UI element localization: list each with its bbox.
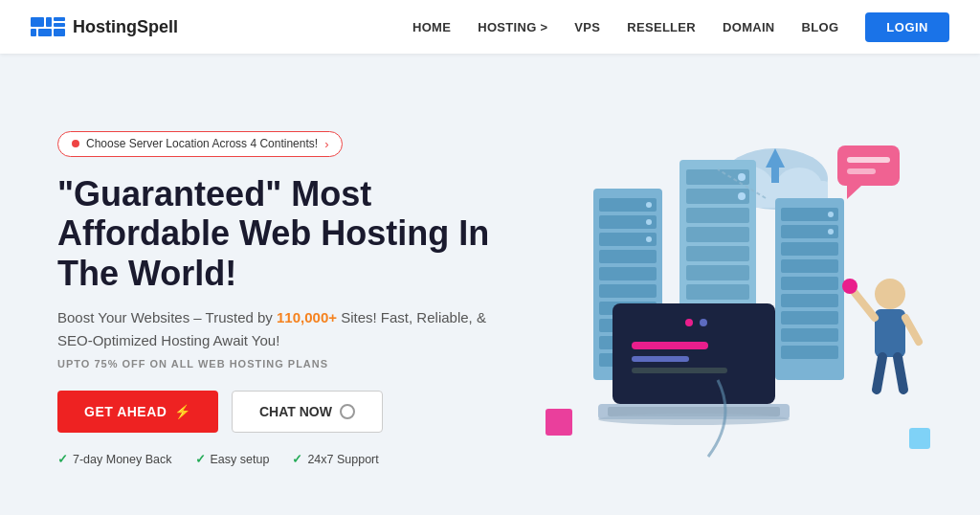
nav-home[interactable]: HOME bbox=[412, 20, 451, 34]
svg-rect-40 bbox=[686, 265, 749, 280]
server-badge[interactable]: Choose Server Location Across 4 Continen… bbox=[57, 131, 343, 157]
svg-rect-9 bbox=[909, 428, 930, 449]
check-icon-2: ✓ bbox=[195, 452, 206, 466]
svg-rect-37 bbox=[686, 208, 749, 223]
svg-point-31 bbox=[646, 202, 652, 208]
svg-line-73 bbox=[877, 357, 882, 390]
svg-point-47 bbox=[738, 192, 746, 200]
nav-blog[interactable]: BLOG bbox=[802, 20, 839, 34]
svg-point-59 bbox=[828, 229, 834, 235]
feature-money-back: ✓ 7-day Money Back bbox=[57, 452, 172, 466]
check-icon-3: ✓ bbox=[292, 452, 302, 466]
svg-rect-1 bbox=[46, 17, 52, 27]
logo-text: HostingSpell bbox=[73, 17, 178, 37]
hero-subtitle: Boost Your Websites – Trusted by 110,000… bbox=[57, 306, 498, 352]
svg-point-58 bbox=[828, 212, 834, 217]
svg-line-71 bbox=[852, 289, 875, 318]
nav-hosting[interactable]: HOSTING > bbox=[478, 20, 547, 34]
svg-rect-39 bbox=[686, 246, 749, 261]
svg-rect-25 bbox=[599, 267, 657, 280]
svg-point-32 bbox=[646, 219, 652, 225]
feature-label-1: 7-day Money Back bbox=[73, 453, 172, 466]
badge-dot bbox=[72, 140, 79, 147]
svg-rect-2 bbox=[54, 17, 65, 21]
server-illustration-svg bbox=[517, 112, 938, 485]
svg-rect-57 bbox=[781, 346, 838, 359]
svg-rect-0 bbox=[31, 17, 44, 27]
svg-marker-17 bbox=[847, 186, 861, 199]
arrow-icon: ⚡ bbox=[174, 404, 191, 419]
hero-illustration bbox=[517, 82, 938, 515]
hero-title: "Guaranteed" Most Affordable Web Hosting… bbox=[57, 174, 498, 293]
hero-content: Choose Server Location Across 4 Continen… bbox=[57, 131, 517, 466]
svg-rect-56 bbox=[781, 328, 838, 342]
svg-rect-41 bbox=[686, 284, 749, 300]
svg-rect-38 bbox=[686, 227, 749, 242]
svg-rect-4 bbox=[31, 29, 36, 36]
nav-domain[interactable]: DOMAIN bbox=[723, 20, 775, 34]
svg-point-68 bbox=[598, 414, 790, 425]
discount-text: UPTO 75% OFF ON ALL WEB HOSTING PLANS bbox=[57, 358, 498, 369]
svg-rect-7 bbox=[546, 409, 572, 436]
svg-rect-51 bbox=[781, 242, 838, 256]
svg-rect-54 bbox=[781, 294, 838, 307]
svg-point-64 bbox=[685, 319, 693, 326]
svg-rect-60 bbox=[612, 303, 775, 404]
svg-point-65 bbox=[700, 319, 707, 326]
svg-point-33 bbox=[646, 236, 652, 242]
feature-label-3: 24x7 Support bbox=[307, 453, 378, 466]
feature-label-2: Easy setup bbox=[211, 453, 270, 466]
svg-point-69 bbox=[875, 279, 905, 309]
svg-rect-26 bbox=[599, 284, 657, 298]
hero-features: ✓ 7-day Money Back ✓ Easy setup ✓ 24x7 S… bbox=[57, 452, 498, 466]
login-button[interactable]: LOGIN bbox=[865, 12, 949, 42]
badge-text: Choose Server Location Across 4 Continen… bbox=[86, 137, 318, 150]
hero-buttons: GET AHEAD ⚡ CHAT NOW bbox=[57, 391, 498, 433]
subtitle-highlight: 110,000+ bbox=[277, 309, 337, 325]
get-ahead-button[interactable]: GET AHEAD ⚡ bbox=[57, 391, 218, 433]
svg-line-72 bbox=[905, 318, 919, 342]
nav-links: HOME HOSTING > VPS RESELLER DOMAIN BLOG … bbox=[412, 12, 949, 42]
subtitle-plain: Boost Your Websites – Trusted by bbox=[57, 309, 277, 325]
svg-rect-3 bbox=[54, 23, 65, 27]
chat-circle-icon bbox=[340, 404, 355, 419]
svg-point-75 bbox=[842, 279, 858, 294]
logo[interactable]: HostingSpell bbox=[31, 13, 178, 40]
svg-rect-70 bbox=[875, 309, 905, 357]
svg-rect-6 bbox=[54, 29, 65, 36]
svg-rect-19 bbox=[847, 168, 876, 174]
svg-rect-55 bbox=[781, 311, 838, 325]
nav-vps[interactable]: VPS bbox=[574, 20, 600, 34]
svg-rect-62 bbox=[632, 356, 689, 362]
logo-icon bbox=[31, 13, 65, 40]
chat-label: CHAT NOW bbox=[259, 404, 332, 419]
check-icon-1: ✓ bbox=[57, 452, 68, 466]
feature-support: ✓ 24x7 Support bbox=[292, 452, 378, 466]
get-ahead-label: GET AHEAD bbox=[84, 404, 167, 419]
svg-rect-24 bbox=[599, 250, 657, 263]
svg-rect-16 bbox=[837, 146, 900, 186]
svg-rect-52 bbox=[781, 259, 838, 273]
svg-point-46 bbox=[738, 173, 746, 181]
svg-line-74 bbox=[898, 357, 903, 390]
hero-section: Choose Server Location Across 4 Continen… bbox=[0, 54, 980, 515]
svg-rect-63 bbox=[632, 368, 727, 373]
badge-arrow-icon: › bbox=[324, 137, 328, 151]
navbar: HostingSpell HOME HOSTING > VPS RESELLER… bbox=[0, 0, 980, 54]
svg-rect-18 bbox=[847, 157, 890, 163]
svg-rect-61 bbox=[632, 342, 708, 349]
nav-reseller[interactable]: RESELLER bbox=[627, 20, 696, 34]
svg-rect-53 bbox=[781, 277, 838, 290]
chat-now-button[interactable]: CHAT NOW bbox=[232, 391, 383, 433]
svg-rect-15 bbox=[771, 168, 779, 183]
feature-easy-setup: ✓ Easy setup bbox=[195, 452, 270, 466]
svg-rect-5 bbox=[38, 29, 52, 36]
